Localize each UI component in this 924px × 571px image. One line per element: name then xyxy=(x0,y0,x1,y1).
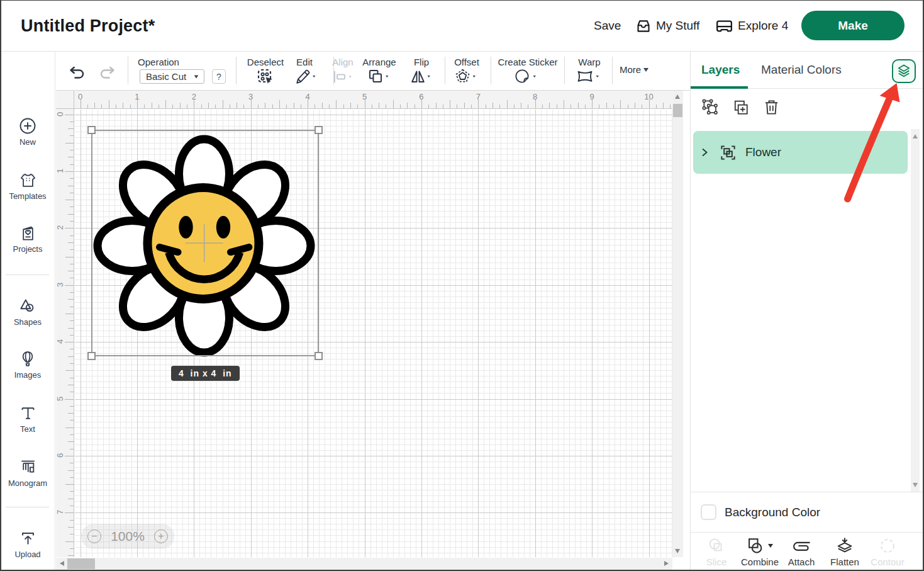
ruler-tick xyxy=(507,100,508,108)
resize-handle-sw[interactable] xyxy=(87,352,96,360)
operation-help-button[interactable]: ? xyxy=(212,69,226,84)
my-stuff-button[interactable]: My Stuff xyxy=(637,0,699,52)
ruler-tick xyxy=(457,105,457,108)
panel-scrollbar[interactable] xyxy=(911,129,920,492)
scroll-left-arrow[interactable] xyxy=(60,561,64,566)
ruler-tick xyxy=(68,242,74,243)
canvas-area[interactable]: 012345678910 01234567 4 in x 4 in − 100% xyxy=(56,91,690,570)
more-button[interactable]: More xyxy=(620,64,648,75)
ruler-tick xyxy=(486,105,486,108)
zoom-in-button[interactable]: + xyxy=(154,529,168,543)
zoom-out-button[interactable]: − xyxy=(87,529,101,543)
contour-icon xyxy=(879,537,896,555)
ruler-tick xyxy=(165,100,166,108)
warp-button[interactable] xyxy=(577,69,602,85)
ruler-tick xyxy=(68,128,74,129)
combine-button[interactable]: Combine xyxy=(740,537,780,567)
combine-label: Combine xyxy=(741,557,779,567)
edit-button[interactable] xyxy=(295,69,318,85)
deselect-icon xyxy=(257,69,274,85)
canvas-vertical-scrollbar[interactable] xyxy=(672,91,683,557)
resize-handle-ne[interactable] xyxy=(314,126,323,134)
duplicate-icon[interactable] xyxy=(733,99,749,116)
tab-material-colors[interactable]: Material Colors xyxy=(761,63,842,77)
layers-visibility-button[interactable] xyxy=(892,59,916,83)
ruler-tick xyxy=(180,103,181,108)
flatten-button[interactable]: Flatten xyxy=(825,537,865,567)
explore-label: Explore 4 xyxy=(738,19,788,33)
background-color-section: Background Color xyxy=(691,492,923,532)
redo-icon xyxy=(99,66,115,79)
ruler-tick xyxy=(585,105,586,108)
ruler-tick xyxy=(642,105,642,108)
ruler-tick xyxy=(68,356,74,357)
scroll-right-arrow[interactable] xyxy=(664,561,669,566)
operation-label: Operation xyxy=(138,57,179,67)
sidebar-item-text[interactable]: Text xyxy=(0,405,55,434)
ruler-tick xyxy=(258,105,259,108)
sticker-icon xyxy=(515,69,538,85)
selection-box[interactable] xyxy=(91,130,319,356)
layer-row-flower[interactable]: Flower xyxy=(693,131,908,174)
slice-label: Slice xyxy=(706,557,727,567)
ruler-tick xyxy=(65,342,74,342)
sidebar-item-upload[interactable]: Upload xyxy=(0,530,55,559)
chevron-right-icon[interactable] xyxy=(701,148,708,157)
offset-button[interactable] xyxy=(455,69,478,85)
ruler-tick xyxy=(70,378,74,378)
ruler-tick xyxy=(670,105,671,108)
trash-icon[interactable] xyxy=(763,99,780,116)
background-color-checkbox[interactable] xyxy=(701,504,716,520)
sidebar-item-new[interactable]: New xyxy=(0,117,55,147)
sidebar-item-monogram[interactable]: Monogram xyxy=(0,458,55,488)
make-button[interactable]: Make xyxy=(801,11,905,40)
undo-button[interactable] xyxy=(69,66,86,79)
ruler-tick xyxy=(294,103,294,108)
ruler-tick xyxy=(301,105,301,108)
tab-layers[interactable]: Layers xyxy=(701,63,740,77)
create-sticker-button[interactable] xyxy=(515,69,538,85)
ruler-tick xyxy=(70,491,74,492)
sidebar-item-images[interactable]: Images xyxy=(0,350,55,380)
ruler-tick xyxy=(68,499,74,499)
ruler-tick xyxy=(265,103,265,108)
arrange-button[interactable] xyxy=(368,69,391,85)
scroll-up-arrow[interactable] xyxy=(675,94,680,99)
save-button[interactable]: Save xyxy=(594,0,621,52)
scroll-down-arrow[interactable] xyxy=(675,549,680,553)
offset-icon xyxy=(455,69,478,85)
attach-button[interactable]: Attach xyxy=(781,537,821,567)
ruler-tick xyxy=(70,320,74,321)
sidebar-item-templates[interactable]: Templates xyxy=(0,172,55,201)
ruler-tick xyxy=(343,105,344,108)
sidebar-label: Monogram xyxy=(8,478,47,488)
flip-button[interactable] xyxy=(410,69,433,85)
ruler-tick xyxy=(70,335,74,336)
ruler-tick xyxy=(65,512,74,513)
resize-handle-nw[interactable] xyxy=(87,126,96,134)
ungroup-icon[interactable] xyxy=(702,99,719,116)
ruler-tick xyxy=(599,105,599,108)
ruler-tick xyxy=(68,157,74,157)
canvas-horizontal-scrollbar[interactable] xyxy=(56,558,672,570)
ruler-tick xyxy=(70,278,74,278)
operation-select[interactable]: Basic Cut xyxy=(140,69,204,84)
sidebar-item-projects[interactable]: Projects xyxy=(0,225,55,254)
resize-handle-se[interactable] xyxy=(314,352,323,360)
plus-circle-icon xyxy=(19,117,36,135)
redo-button[interactable] xyxy=(99,66,115,79)
sidebar-label: Shapes xyxy=(14,317,42,327)
ruler-tick xyxy=(450,100,450,108)
explore-machine-button[interactable]: Explore 4 xyxy=(716,0,788,52)
ruler-tick xyxy=(70,292,74,293)
deselect-button[interactable] xyxy=(257,69,274,85)
sidebar-item-shapes[interactable]: Shapes xyxy=(0,297,55,327)
ruler-tick xyxy=(308,99,308,108)
vertical-scroll-thumb[interactable] xyxy=(673,104,682,117)
inbox-tray-icon xyxy=(637,20,650,32)
horizontal-scroll-thumb[interactable] xyxy=(67,558,95,569)
panel-scroll-down-arrow[interactable] xyxy=(913,483,918,487)
ruler-tick xyxy=(493,103,493,108)
ruler-tick xyxy=(70,506,74,506)
panel-scroll-up-arrow[interactable] xyxy=(913,134,918,139)
